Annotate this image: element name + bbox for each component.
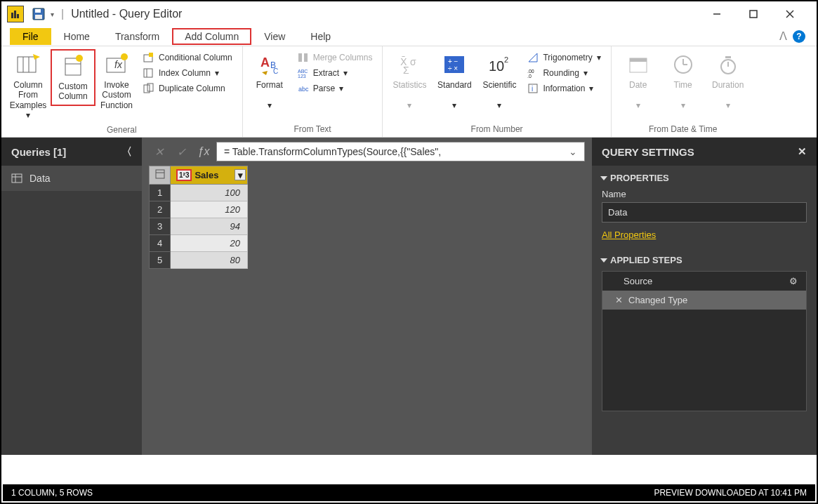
cell[interactable]: 94 — [171, 218, 248, 235]
cell[interactable]: 120 — [171, 201, 248, 218]
close-settings-icon[interactable]: ✕ — [798, 145, 807, 158]
ribbon-group-label-text: From Text — [247, 123, 378, 134]
gear-icon[interactable]: ⚙ — [789, 276, 798, 286]
conditional-column-button[interactable]: Conditional Column — [140, 51, 235, 65]
invoke-custom-function-button[interactable]: fx Invoke Custom Function — [95, 49, 138, 113]
svg-text:.00: .00 — [527, 69, 534, 74]
merge-columns-button: Merge Columns — [295, 51, 376, 65]
query-settings-header: QUERY SETTINGS ✕ — [592, 138, 817, 166]
duration-button[interactable]: Duration▾ — [706, 49, 751, 113]
svg-text:Σ: Σ — [403, 65, 409, 75]
svg-rect-54 — [725, 56, 731, 58]
query-settings-pane: QUERY SETTINGS ✕ PROPERTIES Name All Pro… — [592, 138, 817, 455]
scientific-button[interactable]: 102 Scientific▾ — [477, 49, 522, 113]
duplicate-column-button[interactable]: Duplicate Column — [140, 81, 235, 95]
accept-formula-icon[interactable]: ✓ — [171, 142, 191, 161]
column-header-sales[interactable]: 1²3 Sales ▾ — [171, 166, 248, 185]
tab-add-column[interactable]: Add Column — [172, 28, 251, 45]
ribbon-group-from-number: X̄σΣ Statistics▾ + −÷ × Standard▾ 102 Sc… — [383, 46, 611, 137]
ribbon-group-label-datetime: From Date & Time — [616, 123, 751, 134]
queries-pane: Queries [1] 〈 Data — [1, 138, 142, 455]
date-button[interactable]: Date▾ — [616, 49, 661, 113]
svg-point-16 — [76, 55, 83, 62]
queries-header[interactable]: Queries [1] 〈 — [1, 138, 142, 166]
minimize-button[interactable] — [707, 4, 727, 24]
ribbon-group-label-number: From Number — [387, 123, 606, 134]
help-icon[interactable]: ? — [793, 30, 805, 43]
row-number[interactable]: 1 — [150, 185, 171, 201]
tab-home[interactable]: Home — [51, 28, 103, 45]
row-number[interactable]: 4 — [150, 235, 171, 252]
center-area: ✕ ✓ ƒx = Table.TransformColumnTypes(Sour… — [142, 138, 592, 455]
custom-column-button[interactable]: Custom Column — [51, 49, 95, 106]
applied-steps-list: Source ⚙ ✕Changed Type — [602, 271, 807, 411]
grid-corner[interactable] — [150, 166, 171, 185]
title-separator: | — [61, 8, 64, 20]
close-button[interactable] — [780, 4, 800, 24]
maximize-button[interactable] — [744, 4, 763, 24]
menu-tabs: File Home Transform Add Column View Help… — [1, 27, 817, 46]
svg-text:A: A — [260, 55, 270, 69]
svg-rect-1 — [14, 11, 16, 18]
tab-transform[interactable]: Transform — [103, 28, 172, 45]
column-type-icon[interactable]: 1²3 — [176, 169, 192, 181]
formula-expand-icon[interactable]: ⌄ — [569, 146, 577, 157]
query-name-input[interactable] — [602, 202, 807, 223]
data-grid[interactable]: 1²3 Sales ▾ 1100 2120 394 420 580 — [149, 166, 248, 269]
tab-help[interactable]: Help — [298, 28, 343, 45]
cancel-formula-icon[interactable]: ✕ — [149, 142, 169, 161]
svg-rect-55 — [12, 174, 22, 183]
collapse-ribbon-icon[interactable]: ᐱ — [779, 29, 787, 43]
time-button[interactable]: Time▾ — [661, 49, 706, 113]
svg-rect-30 — [304, 53, 308, 62]
column-filter-icon[interactable]: ▾ — [235, 169, 246, 180]
svg-text:fx: fx — [114, 59, 123, 70]
svg-rect-2 — [17, 14, 19, 18]
svg-rect-21 — [149, 53, 153, 57]
collapse-queries-icon[interactable]: 〈 — [121, 145, 132, 159]
status-right: PREVIEW DOWNLOADED AT 10:41 PM — [654, 488, 807, 498]
svg-rect-5 — [35, 15, 42, 19]
delete-step-icon[interactable]: ✕ — [615, 295, 623, 305]
svg-text:123: 123 — [298, 74, 306, 79]
cell[interactable]: 100 — [171, 185, 248, 201]
formula-input[interactable]: = Table.TransformColumnTypes(Source,{{"S… — [216, 142, 585, 161]
format-button[interactable]: ABC Format▾ — [247, 49, 292, 113]
fx-icon[interactable]: ƒx — [194, 142, 213, 161]
svg-text:÷ ×: ÷ × — [448, 65, 458, 72]
information-button[interactable]: iInformation ▾ — [525, 81, 603, 95]
step-changed-type[interactable]: ✕Changed Type — [602, 291, 806, 310]
parse-button[interactable]: abcParse ▾ — [295, 81, 376, 95]
rounding-button[interactable]: .00.0Rounding ▾ — [525, 66, 603, 80]
index-column-button[interactable]: Index Column ▾ — [140, 66, 235, 80]
step-source[interactable]: Source ⚙ — [602, 272, 806, 291]
standard-button[interactable]: + −÷ × Standard▾ — [432, 49, 477, 113]
svg-text:σ: σ — [410, 56, 416, 67]
formula-bar: ✕ ✓ ƒx = Table.TransformColumnTypes(Sour… — [142, 138, 592, 166]
all-properties-link[interactable]: All Properties — [602, 230, 656, 240]
main-area: Queries [1] 〈 Data ✕ ✓ ƒx = Table.Transf… — [1, 138, 817, 455]
svg-rect-58 — [156, 170, 164, 178]
extract-button[interactable]: ABC123Extract ▾ — [295, 66, 376, 80]
tab-view[interactable]: View — [251, 28, 298, 45]
cell[interactable]: 80 — [171, 252, 248, 269]
row-number[interactable]: 5 — [150, 252, 171, 269]
column-from-examples-button[interactable]: Column From Examples ▾ — [6, 49, 51, 124]
cell[interactable]: 20 — [171, 235, 248, 252]
svg-rect-7 — [750, 11, 757, 18]
applied-steps-section-title[interactable]: APPLIED STEPS — [602, 255, 807, 265]
ribbon-group-from-datetime: Date▾ Time▾ Duration▾ From Date & Time — [612, 46, 755, 137]
save-button[interactable] — [29, 5, 48, 23]
row-number[interactable]: 3 — [150, 218, 171, 235]
trigonometry-button[interactable]: Trigonometry ▾ — [525, 51, 603, 65]
svg-text:ABC: ABC — [298, 69, 308, 74]
svg-rect-48 — [630, 58, 647, 62]
qat-dropdown-icon[interactable]: ▾ — [51, 11, 54, 18]
ribbon-group-label-general: General — [6, 124, 238, 135]
statistics-button[interactable]: X̄σΣ Statistics▾ — [387, 49, 432, 113]
properties-section-title[interactable]: PROPERTIES — [602, 173, 807, 183]
tab-file[interactable]: File — [10, 28, 51, 45]
row-number[interactable]: 2 — [150, 201, 171, 218]
svg-rect-22 — [144, 69, 152, 77]
query-item-data[interactable]: Data — [1, 166, 142, 191]
